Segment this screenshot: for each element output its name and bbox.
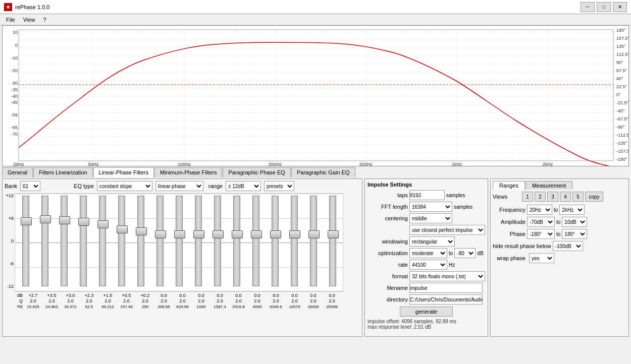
app-title: rePhase 1.0.0 [15,4,50,10]
mode-select[interactable]: linear-phase minimum-phase [155,181,203,191]
q-cell-2: 2.0 [61,298,80,304]
fft-select[interactable]: 16384 8192 32768 [409,202,452,212]
db-cell-1: +3.5 [42,293,61,298]
fft-row: FFT length 16384 8192 32768 samples [367,202,485,212]
fader-handle-3[interactable] [78,218,89,226]
tab-minimum-phase-filters[interactable]: Minimum-Phase Filters [154,167,222,177]
views-row: Views 1 2 3 4 5 copy [493,192,626,202]
fader-track-5 [118,196,125,286]
filename-input[interactable] [409,283,483,293]
tab-measurement[interactable]: Measurement [525,181,572,190]
tab-ranges[interactable]: Ranges [493,181,525,190]
svg-text:50Hz: 50Hz [88,162,99,166]
fader-handle-6[interactable] [136,227,147,235]
fader-track-1 [41,196,48,286]
phase-from-select[interactable]: -180° -90° [527,229,555,239]
fader-track-13 [272,196,279,286]
fader-strip-14 [285,195,303,290]
view-btn-3[interactable]: 3 [547,192,558,202]
titlebar-left: ★ rePhase 1.0.0 [4,3,50,11]
svg-text:-45°: -45° [616,108,625,113]
amp-to-label: to [556,219,560,225]
svg-text:-40: -40 [11,94,18,99]
menu-file[interactable]: File [2,16,19,24]
taps-input[interactable] [409,190,445,200]
rate-row: rate 44100 48000 88200 96000 Hz [367,260,485,270]
fader-handle-7[interactable] [155,230,166,238]
fader-strip-16 [323,195,342,290]
optimization-label: optimization [367,250,408,256]
fader-handle-16[interactable] [328,230,339,238]
fader-handle-9[interactable] [193,230,204,238]
freq-to-select[interactable]: 1kHz 2kHz 5kHz 20kHz [559,205,585,215]
tab-paragraphic-phase-eq[interactable]: Paragraphic Phase EQ [223,167,291,177]
tabs: General Filters Linearization Linear-Pha… [0,166,631,177]
view-btn-copy[interactable]: copy [585,192,603,202]
tab-linear-phase-filters[interactable]: Linear-Phase Filters [93,167,154,177]
tab-general[interactable]: General [2,167,33,177]
q-cell-3: 2.0 [80,298,98,304]
tab-paragraphic-gain-eq[interactable]: Paragraphic Gain EQ [291,167,355,177]
rate-select[interactable]: 44100 48000 88200 96000 [409,260,447,270]
eq-type-select[interactable]: constant slope symmetric asymmetric [97,181,152,191]
svg-text:22.5°: 22.5° [616,84,627,89]
titlebar-controls: ─ □ ✕ [581,2,627,12]
svg-text:-55: -55 [11,112,18,117]
opt-db-select[interactable]: -60 -80 -100 -120 [454,248,476,258]
db-cell-7: 0.0 [154,293,173,298]
svg-text:1kHz: 1kHz [452,162,462,166]
amp-from-select[interactable]: -70dB -60dB -50dB [527,217,555,227]
tab-filters-linearization[interactable]: Filters Linearization [33,167,92,177]
fader-handle-4[interactable] [97,220,109,228]
fader-handle-1[interactable] [40,215,51,223]
fader-strip-15 [304,195,323,290]
fader-handle-8[interactable] [174,230,185,238]
fader-handle-13[interactable] [270,230,281,238]
view-btn-5[interactable]: 5 [572,192,584,202]
directory-input[interactable] [409,294,483,305]
hz-cell-9: 1000 [192,305,211,309]
fader-handle-11[interactable] [232,230,243,238]
minimize-button[interactable]: ─ [581,2,595,12]
maximize-button[interactable]: □ [597,2,611,12]
range-select[interactable]: ± 6dB ± 12dB ± 24dB [226,181,261,191]
opt-select[interactable]: none moderate aggressive [409,248,447,258]
titlebar: ★ rePhase 1.0.0 ─ □ ✕ [0,0,631,14]
amp-to-select[interactable]: 10dB 20dB [562,217,587,227]
presets-select[interactable]: presets [264,181,294,191]
bank-select[interactable]: 01 [20,181,40,191]
fader-handle-14[interactable] [289,230,300,238]
db-cell-16: 0.0 [323,293,341,298]
view-btn-1[interactable]: 1 [522,192,533,202]
taps-unit: samples [446,193,465,198]
fader-handle-0[interactable] [21,217,32,225]
menu-help[interactable]: ? [39,16,50,24]
fader-handle-5[interactable] [117,225,128,233]
freq-from-select[interactable]: 10Hz 20Hz 50Hz [527,205,552,215]
fader-handle-2[interactable] [59,216,70,224]
generate-button[interactable]: generate [400,307,453,317]
q-cell-8: 2.0 [173,298,192,304]
view-btn-4[interactable]: 4 [560,192,571,202]
grid-h [19,32,613,161]
fader-handle-12[interactable] [251,230,262,238]
db-cell-4: +1.5 [98,293,117,298]
svg-text:500Hz: 500Hz [359,162,373,166]
fader-track-3 [80,196,87,286]
fader-handle-15[interactable] [308,230,320,238]
centering2-select[interactable]: use closest perfect impulse [409,225,485,235]
wrap-phase-select[interactable]: yes no [529,253,554,263]
hide-phase-select[interactable]: -80dB -100dB -120dB [553,241,583,251]
view-btn-2[interactable]: 2 [535,192,546,202]
fader-handle-10[interactable] [213,230,224,238]
fader-strip-1 [35,195,54,290]
bank-label: Bank [5,183,17,189]
centering-select[interactable]: left middle right [409,213,452,223]
fader-strip-4 [93,195,112,290]
close-button[interactable]: ✕ [613,2,627,12]
windowing-select[interactable]: rectangular hann hamming blackman [409,236,455,247]
menu-view[interactable]: View [19,16,39,24]
phase-to-select[interactable]: 90° 180° [562,229,587,239]
q-cell-10: 2.0 [211,298,229,304]
format-select[interactable]: 32 bits floats mono (.txt) 32 bits float… [409,271,485,281]
